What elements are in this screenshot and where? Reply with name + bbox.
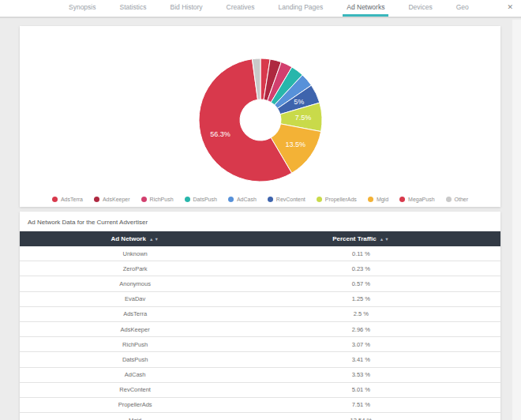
cell-network: EvaDav: [20, 295, 250, 302]
tab-bid-history[interactable]: Bid History: [167, 0, 207, 17]
cell-percent: 3.07 %: [250, 341, 471, 348]
sort-icons[interactable]: ▲▼: [380, 237, 390, 242]
column-header-label: Percent Traffic: [332, 235, 377, 242]
close-icon[interactable]: ✕: [507, 0, 513, 17]
legend-dot: [446, 197, 452, 202]
legend-dot: [52, 197, 58, 202]
legend-item-other[interactable]: Other: [446, 197, 469, 202]
cell-percent: 7.51 %: [250, 401, 471, 408]
legend-dot: [368, 197, 373, 202]
legend-item-adsterra[interactable]: AdsTerra: [52, 197, 83, 202]
legend-label: MegaPush: [408, 197, 434, 202]
column-header-label: Ad Network: [111, 235, 145, 242]
column-header-percent-traffic[interactable]: Percent Traffic▲▼: [250, 235, 471, 242]
tab-geo[interactable]: Geo: [452, 0, 473, 17]
table-row: AdsKeeper2.96 %: [20, 322, 500, 337]
slice-percent-label: 5%: [294, 98, 304, 106]
legend-label: AdCash: [237, 197, 257, 202]
cell-percent: 5.01 %: [250, 386, 471, 393]
table-row: EvaDav1.25 %: [20, 292, 500, 307]
table-row: RichPush3.07 %: [20, 337, 500, 352]
donut-chart[interactable]: 5%7.5%13.5%56.3%: [20, 26, 500, 187]
table-body: Unknown0.11 %ZeroPark0.23 %Anonymous0.57…: [20, 246, 500, 420]
cell-network: ZeroPark: [20, 265, 250, 272]
legend-dot: [94, 197, 99, 202]
legend-item-megapush[interactable]: MegaPush: [399, 197, 434, 202]
cell-network: PropellerAds: [20, 401, 250, 408]
tab-creatives[interactable]: Creatives: [223, 0, 259, 17]
table-section-title: Ad Network Data for the Current Advertis…: [20, 212, 500, 231]
table-row: AdsTerra2.5 %: [20, 307, 500, 322]
ad-network-chart-card: 5%7.5%13.5%56.3% AdsTerraAdsKeeperRichPu…: [20, 26, 500, 207]
cell-percent: 0.11 %: [250, 250, 471, 257]
legend-label: RevContent: [276, 197, 305, 202]
cell-percent: 13.54 %: [250, 417, 471, 420]
top-tab-bar: SynopsisStatisticsBid HistoryCreativesLa…: [0, 0, 521, 18]
legend-label: RichPush: [150, 197, 174, 202]
legend-dot: [317, 197, 322, 202]
slice-percent-label: 13.5%: [285, 141, 305, 148]
table-row: AdCash3.53 %: [20, 368, 500, 383]
cell-network: RichPush: [20, 341, 250, 348]
legend-label: Mgid: [377, 197, 388, 202]
cell-network: RevContent: [20, 386, 250, 393]
tab-devices[interactable]: Devices: [404, 0, 436, 17]
table-row: Unknown0.11 %: [20, 246, 500, 261]
legend-dot: [268, 197, 273, 202]
legend-item-propellerads[interactable]: PropellerAds: [317, 197, 357, 202]
cell-percent: 0.23 %: [250, 265, 471, 272]
tab-landing-pages[interactable]: Landing Pages: [275, 0, 328, 17]
legend-item-revcontent[interactable]: RevContent: [268, 197, 305, 202]
cell-percent: 2.96 %: [250, 326, 471, 333]
cell-percent: 1.25 %: [250, 295, 471, 302]
tab-statistics[interactable]: Statistics: [116, 0, 151, 17]
cell-percent: 2.5 %: [250, 310, 471, 317]
legend-item-richpush[interactable]: RichPush: [141, 197, 174, 202]
right-edge-strip: [512, 20, 521, 420]
table-row: ZeroPark0.23 %: [20, 261, 500, 276]
legend-item-adcash[interactable]: AdCash: [228, 197, 257, 202]
cell-network: Anonymous: [20, 280, 250, 287]
table-row: Anonymous0.57 %: [20, 276, 500, 291]
table-row: RevContent5.01 %: [20, 383, 500, 398]
legend-label: PropellerAds: [325, 197, 357, 202]
cell-network: AdsTerra: [20, 310, 250, 317]
legend-item-mgid[interactable]: Mgid: [368, 197, 388, 202]
table-row: Mgid13.54 %: [20, 413, 500, 420]
legend-label: DatsPush: [193, 197, 217, 202]
tab-synopsis[interactable]: Synopsis: [65, 0, 100, 17]
cell-percent: 3.53 %: [250, 371, 471, 378]
table-header-row: Ad Network▲▼ Percent Traffic▲▼: [20, 231, 500, 246]
legend-dot: [141, 197, 147, 202]
cell-network: Mgid: [20, 417, 250, 420]
cell-network: AdsKeeper: [20, 326, 250, 333]
legend-dot: [228, 197, 234, 202]
table-row: DatsPush3.41 %: [20, 352, 500, 367]
table-row: PropellerAds7.51 %: [20, 398, 500, 413]
slice-percent-label: 7.5%: [295, 114, 312, 122]
cell-network: AdCash: [20, 371, 250, 378]
cell-percent: 0.57 %: [250, 280, 471, 287]
cell-network: DatsPush: [20, 356, 250, 363]
legend-dot: [185, 197, 190, 202]
legend-label: AdsTerra: [61, 197, 83, 202]
chart-legend: AdsTerraAdsKeeperRichPushDatsPushAdCashR…: [20, 190, 500, 208]
column-header-ad-network[interactable]: Ad Network▲▼: [20, 235, 250, 242]
cell-percent: 3.41 %: [250, 356, 471, 363]
legend-dot: [399, 197, 405, 202]
slice-percent-label: 56.3%: [210, 130, 231, 138]
cell-network: Unknown: [20, 250, 250, 257]
legend-label: AdsKeeper: [103, 197, 130, 202]
sort-icons[interactable]: ▲▼: [149, 237, 159, 242]
ad-network-table-card: Ad Network Data for the Current Advertis…: [20, 212, 500, 420]
legend-item-datspush[interactable]: DatsPush: [185, 197, 217, 202]
legend-item-adskeeper[interactable]: AdsKeeper: [94, 197, 130, 202]
legend-label: Other: [455, 197, 469, 202]
tab-ad-networks[interactable]: Ad Networks: [343, 0, 388, 17]
